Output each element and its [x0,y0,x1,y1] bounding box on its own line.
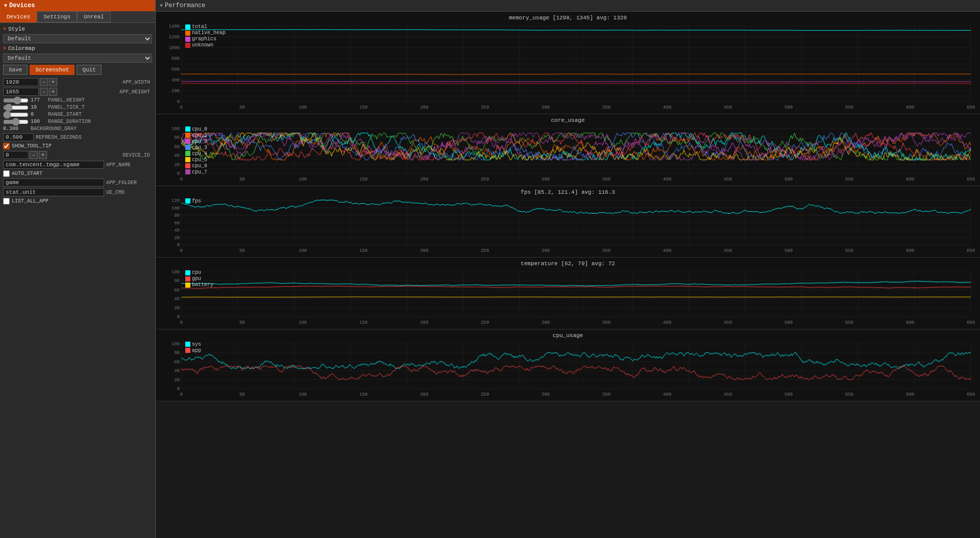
legend-item-core_usage-1: cpu_1 [185,133,207,138]
auto-start-label: AUTO_START [12,171,42,176]
device-id-label: DEVICE_ID [48,152,152,158]
bg-gray-value: 0.300 [3,126,29,132]
app-height-input[interactable] [3,88,39,96]
style-select[interactable]: Default [3,34,152,43]
save-button[interactable]: Save [3,65,28,75]
legend-item-memory_usage-0: total [185,24,226,30]
list-all-app-checkbox[interactable] [3,198,10,204]
range-start-slider[interactable] [3,113,29,117]
refresh-label: REFRESH_SECONDS [36,135,82,140]
chart-title-cpu_usage: cpu_usage [156,331,980,340]
ue-cmd-label: UE_CMD [106,190,152,195]
legend-color-cpu_usage-0 [185,342,190,347]
panel-tick-slider[interactable] [3,106,29,110]
legend-color-core_usage-2 [185,139,190,144]
chart-area-memory_usage: totalnative_heapgraphicsunknown [160,22,976,112]
chart-section-core_usage: core_usagecpu_0cpu_1cpu_2cpu_3cpu_4cpu_5… [156,114,980,186]
legend-color-cpu_usage-1 [185,348,190,353]
range-start-value: 0 [31,112,46,117]
left-content: ▼ Style Default ▼ Colormap Default Save … [0,23,155,538]
device-id-decrement[interactable]: - [30,151,38,159]
chart-title-memory_usage: memory_usage [1298, 1345] avg: 1320 [156,14,980,22]
chart-legend-fps: fps [185,198,201,204]
chart-legend-core_usage: cpu_0cpu_1cpu_2cpu_3cpu_4cpu_5cpu_6cpu_7 [185,126,207,175]
screenshot-button[interactable]: Screenshot [30,65,75,75]
range-duration-slider[interactable] [3,120,29,124]
device-id-input[interactable] [3,151,29,159]
panel-height-slider[interactable] [3,98,29,103]
legend-item-core_usage-5: cpu_5 [185,157,207,163]
chart-canvas-memory_usage [160,22,976,112]
chart-section-fps: fps [85.2, 121.4] avg: 116.3fps [156,186,980,258]
legend-color-memory_usage-0 [185,24,190,30]
legend-color-temperature-2 [185,283,190,288]
app-height-value-box: - + [3,88,57,96]
ue-cmd-row: UE_CMD [3,188,152,196]
chart-section-temperature: temperature [62, 79] avg: 72cpugpubatter… [156,258,980,329]
app-width-decrement[interactable]: - [40,78,48,86]
legend-color-fps-0 [185,198,190,203]
chart-legend-memory_usage: totalnative_heapgraphicsunknown [185,24,226,48]
app-name-input[interactable] [3,161,104,169]
refresh-input[interactable] [3,133,34,141]
range-duration-label: RANGE_DURATION [48,119,91,124]
app-folder-input[interactable] [3,178,104,187]
tab-settings[interactable]: Settings [37,11,77,22]
panel-title-text: Devices [9,2,35,9]
chart-canvas-temperature [160,268,976,327]
charts-container: memory_usage [1298, 1345] avg: 1320total… [156,12,980,401]
chart-canvas-cpu_usage [160,340,976,399]
chart-area-cpu_usage: sysapp [160,340,976,399]
quit-button[interactable]: Quit [77,65,101,75]
app-height-increment[interactable]: + [49,88,57,96]
legend-color-core_usage-6 [185,163,190,168]
legend-item-temperature-1: gpu [185,276,213,281]
legend-label-core_usage-1: cpu_1 [192,133,207,138]
legend-item-memory_usage-1: native_heap [185,30,226,36]
legend-label-core_usage-6: cpu_6 [192,163,207,169]
app-height-label: APP_HEIGHT [59,89,152,95]
ue-cmd-input[interactable] [3,188,104,196]
right-title-bar: Performance [156,0,980,12]
app-height-decrement[interactable]: - [40,88,48,96]
app-folder-label: APP_FOLDER [106,180,152,186]
colormap-select[interactable]: Default [3,54,152,63]
chart-legend-cpu_usage: sysapp [185,342,201,353]
tab-unreal[interactable]: Unreal [77,11,111,22]
legend-label-temperature-2: battery [192,282,213,288]
device-id-row: - + DEVICE_ID [3,151,152,159]
legend-item-core_usage-6: cpu_6 [185,163,207,169]
chart-section-memory_usage: memory_usage [1298, 1345] avg: 1320total… [156,12,980,114]
app-width-increment[interactable]: + [49,78,57,86]
chart-canvas-core_usage [160,124,976,184]
auto-start-checkbox[interactable] [3,170,10,177]
app-width-label: APP_WIDTH [59,80,152,85]
legend-color-core_usage-5 [185,157,190,162]
legend-color-memory_usage-2 [185,37,190,42]
app-name-row: APP_NAME [3,161,152,169]
bg-gray-label: BACKGROUND_GRAY [31,126,77,132]
legend-color-core_usage-4 [185,151,190,156]
range-start-row: 0 RANGE_START [3,112,152,117]
legend-label-temperature-0: cpu [192,270,201,275]
legend-item-memory_usage-3: unknown [185,42,226,48]
style-label: Style [8,26,25,32]
tab-devices[interactable]: Devices [0,11,37,22]
legend-label-core_usage-4: cpu_4 [192,151,207,157]
app-width-input[interactable] [3,78,39,86]
legend-color-temperature-1 [185,276,190,281]
style-row: ▼ Style [3,26,152,32]
bg-gray-row: 0.300 BACKGROUND_GRAY [3,126,152,132]
app-width-row: - + APP_WIDTH [3,78,152,86]
refresh-row: REFRESH_SECONDS [3,133,152,141]
legend-item-core_usage-4: cpu_4 [185,151,207,157]
range-duration-row: 100 RANGE_DURATION [3,119,152,124]
list-all-app-row: LIST_ALL_APP [3,198,152,204]
chart-area-fps: fps [160,196,976,255]
panel-height-value: 177 [31,97,46,103]
chart-area-core_usage: cpu_0cpu_1cpu_2cpu_3cpu_4cpu_5cpu_6cpu_7 [160,124,976,184]
legend-item-core_usage-3: cpu_3 [185,145,207,150]
show-tooltip-checkbox[interactable] [3,143,10,149]
app-name-label: APP_NAME [106,162,152,168]
device-id-increment[interactable]: + [39,151,47,159]
